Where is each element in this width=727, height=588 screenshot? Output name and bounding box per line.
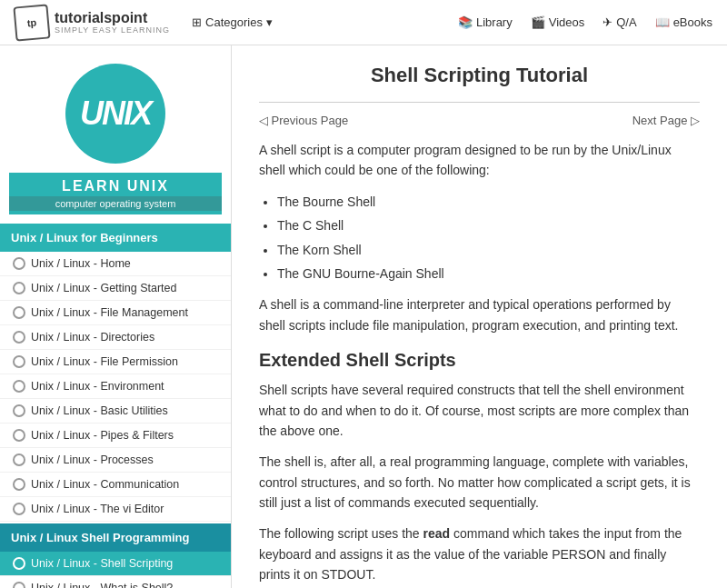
bullet-icon <box>13 257 25 270</box>
bullet-icon <box>13 429 25 442</box>
extended-text1: Shell scripts have several required cons… <box>259 380 700 441</box>
pagination: ◁ Previous Page Next Page ▷ <box>259 114 700 127</box>
categories-button[interactable]: ⊞ Categories ▾ <box>184 12 280 33</box>
sidebar-item[interactable]: Unix / Linux - File Permission <box>0 350 231 374</box>
qa-icon: ✈ <box>603 15 612 29</box>
read-intro-paragraph: The following script uses the read comma… <box>259 523 700 584</box>
bullet-icon <box>13 306 25 319</box>
extended-text2: The shell is, after all, a real programm… <box>259 452 700 513</box>
bullet-icon <box>13 478 25 491</box>
sidebar-item[interactable]: Unix / Linux - Getting Started <box>0 276 231 301</box>
main-layout: UNIX LEARN UNIX computer operating syste… <box>0 45 727 588</box>
ebooks-icon: 📖 <box>655 15 670 29</box>
unix-logo-circle: UNIX <box>65 64 165 164</box>
logo-brand: tutorialspoint <box>55 11 170 25</box>
sidebar-item[interactable]: Unix / Linux - Directories <box>0 325 231 350</box>
sidebar-item[interactable]: Unix / Linux - File Management <box>0 301 231 325</box>
bullet-icon <box>13 404 25 417</box>
nav-ebooks[interactable]: 📖 eBooks <box>655 15 712 29</box>
sidebar-item[interactable]: Unix / Linux - Pipes & Filters <box>0 424 231 448</box>
prev-page-link[interactable]: ◁ Previous Page <box>259 114 348 127</box>
learn-unix-sub: computer operating system <box>9 196 222 211</box>
interpreter-text: A shell is a command-line interpreter an… <box>259 294 700 335</box>
beginners-section-header: Unix / Linux for Beginners <box>0 224 231 252</box>
intro-text: A shell script is a computer program des… <box>259 140 700 181</box>
sidebar-item-shell-scripting[interactable]: Unix / Linux - Shell Scripting <box>0 552 231 576</box>
nav-library[interactable]: 📚 Library <box>458 15 513 29</box>
sidebar-item[interactable]: Unix / Linux - Environment <box>0 374 231 399</box>
shell-section-header: Unix / Linux Shell Programming <box>0 523 231 552</box>
sidebar-item-what-is-shell[interactable]: Unix / Linux - What is Shell? <box>0 576 231 588</box>
bullet-icon <box>13 557 25 570</box>
list-item: The GNU Bourne-Again Shell <box>277 264 700 284</box>
header-nav: 📚 Library 🎬 Videos ✈ Q/A 📖 eBooks <box>458 15 712 29</box>
divider <box>259 102 700 103</box>
learn-unix-title: LEARN UNIX <box>9 178 222 194</box>
bullet-icon <box>13 380 25 393</box>
bullet-icon <box>13 355 25 368</box>
logo-text: tutorialspoint SIMPLY EASY LEARNING <box>55 11 170 35</box>
learn-unix-box: LEARN UNIX computer operating system <box>9 173 222 214</box>
sidebar-item[interactable]: Unix / Linux - Basic Utilities <box>0 399 231 424</box>
bullet-icon <box>13 582 25 588</box>
sidebar-item[interactable]: Unix / Linux - The vi Editor <box>0 497 231 522</box>
chevron-down-icon: ▾ <box>266 15 273 29</box>
header: tp tutorialspoint SIMPLY EASY LEARNING ⊞… <box>0 0 727 45</box>
shell-types-list: The Bourne Shell The C Shell The Korn Sh… <box>277 192 700 284</box>
sidebar-logo-area: UNIX LEARN UNIX computer operating syste… <box>0 45 231 224</box>
categories-label: Categories <box>205 15 263 29</box>
nav-qa[interactable]: ✈ Q/A <box>603 15 636 29</box>
sidebar-item[interactable]: Unix / Linux - Home <box>0 252 231 276</box>
sidebar-item[interactable]: Unix / Linux - Processes <box>0 448 231 473</box>
logo: tp tutorialspoint SIMPLY EASY LEARNING <box>15 5 170 40</box>
list-item: The C Shell <box>277 215 700 235</box>
bullet-icon <box>13 282 25 294</box>
logo-tagline: SIMPLY EASY LEARNING <box>55 25 170 35</box>
nav-videos[interactable]: 🎬 Videos <box>531 15 585 29</box>
library-icon: 📚 <box>458 15 473 29</box>
grid-icon: ⊞ <box>192 15 202 29</box>
read-intro-text: The following script uses the <box>259 526 423 541</box>
list-item: The Bourne Shell <box>277 192 700 212</box>
next-page-link[interactable]: Next Page ▷ <box>632 114 700 127</box>
logo-icon: tp <box>13 4 50 41</box>
list-item: The Korn Shell <box>277 240 700 260</box>
bullet-icon <box>13 331 25 344</box>
header-left: tp tutorialspoint SIMPLY EASY LEARNING ⊞… <box>15 5 280 40</box>
sidebar: UNIX LEARN UNIX computer operating syste… <box>0 45 232 588</box>
main-content: Shell Scripting Tutorial ◁ Previous Page… <box>232 45 727 588</box>
extended-heading: Extended Shell Scripts <box>259 350 700 371</box>
bullet-icon <box>13 503 25 515</box>
unix-text: UNIX <box>80 95 151 133</box>
page-title: Shell Scripting Tutorial <box>259 64 700 87</box>
sidebar-item[interactable]: Unix / Linux - Communication <box>0 473 231 497</box>
video-icon: 🎬 <box>531 15 545 29</box>
bullet-icon <box>13 453 25 466</box>
read-keyword: read <box>423 526 451 541</box>
